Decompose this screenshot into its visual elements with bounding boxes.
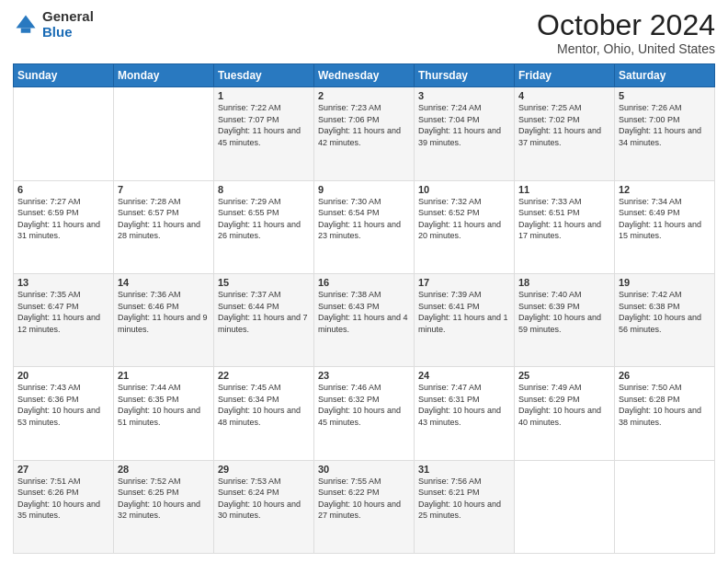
calendar-cell: 24Sunrise: 7:47 AMSunset: 6:31 PMDayligh…: [415, 367, 515, 460]
day-info: Sunrise: 7:35 AMSunset: 6:47 PMDaylight:…: [17, 289, 109, 335]
day-number: 14: [118, 277, 210, 288]
logo: General Blue: [13, 9, 94, 40]
calendar-cell: 15Sunrise: 7:37 AMSunset: 6:44 PMDayligh…: [214, 273, 314, 366]
day-number: 23: [318, 370, 410, 381]
calendar-cell: [615, 460, 715, 553]
calendar-cell: 20Sunrise: 7:43 AMSunset: 6:36 PMDayligh…: [14, 367, 114, 460]
day-number: 6: [17, 184, 109, 195]
header: General Blue October 2024 Mentor, Ohio, …: [13, 9, 715, 56]
day-info: Sunrise: 7:32 AMSunset: 6:52 PMDaylight:…: [418, 196, 510, 242]
day-info: Sunrise: 7:42 AMSunset: 6:38 PMDaylight:…: [619, 289, 711, 335]
day-number: 28: [118, 464, 210, 475]
calendar-cell: 29Sunrise: 7:53 AMSunset: 6:24 PMDayligh…: [214, 460, 314, 553]
day-info: Sunrise: 7:49 AMSunset: 6:29 PMDaylight:…: [518, 382, 610, 428]
calendar-cell: 28Sunrise: 7:52 AMSunset: 6:25 PMDayligh…: [114, 460, 214, 553]
calendar-cell: 12Sunrise: 7:34 AMSunset: 6:49 PMDayligh…: [615, 180, 715, 273]
day-info: Sunrise: 7:23 AMSunset: 7:06 PMDaylight:…: [318, 102, 410, 148]
calendar-cell: [114, 87, 214, 180]
calendar-cell: [515, 460, 615, 553]
logo-icon: [13, 12, 39, 38]
svg-marker-0: [17, 15, 36, 28]
day-number: 2: [318, 90, 410, 101]
calendar-week-row: 27Sunrise: 7:51 AMSunset: 6:26 PMDayligh…: [14, 460, 715, 553]
calendar-table: SundayMondayTuesdayWednesdayThursdayFrid…: [13, 63, 715, 554]
logo-blue-text: Blue: [42, 25, 94, 40]
day-number: 20: [17, 370, 109, 381]
calendar-week-row: 20Sunrise: 7:43 AMSunset: 6:36 PMDayligh…: [14, 367, 715, 460]
calendar-week-row: 6Sunrise: 7:27 AMSunset: 6:59 PMDaylight…: [14, 180, 715, 273]
calendar-cell: 23Sunrise: 7:46 AMSunset: 6:32 PMDayligh…: [314, 367, 415, 460]
day-number: 5: [619, 90, 711, 101]
calendar-cell: 21Sunrise: 7:44 AMSunset: 6:35 PMDayligh…: [114, 367, 214, 460]
logo-general-text: General: [42, 9, 94, 25]
weekday-header: Wednesday: [314, 64, 415, 87]
day-number: 29: [218, 464, 310, 475]
day-number: 9: [318, 184, 410, 195]
main-title: October 2024: [537, 9, 715, 41]
day-number: 25: [518, 370, 610, 381]
day-number: 12: [619, 184, 711, 195]
calendar-cell: 31Sunrise: 7:56 AMSunset: 6:21 PMDayligh…: [415, 460, 515, 553]
day-number: 4: [518, 90, 610, 101]
day-info: Sunrise: 7:30 AMSunset: 6:54 PMDaylight:…: [318, 196, 410, 242]
day-info: Sunrise: 7:40 AMSunset: 6:39 PMDaylight:…: [518, 289, 610, 335]
calendar-cell: 25Sunrise: 7:49 AMSunset: 6:29 PMDayligh…: [515, 367, 615, 460]
day-number: 27: [17, 464, 109, 475]
calendar-cell: 14Sunrise: 7:36 AMSunset: 6:46 PMDayligh…: [114, 273, 214, 366]
weekday-header: Saturday: [615, 64, 715, 87]
day-info: Sunrise: 7:39 AMSunset: 6:41 PMDaylight:…: [418, 289, 510, 335]
calendar-cell: 17Sunrise: 7:39 AMSunset: 6:41 PMDayligh…: [415, 273, 515, 366]
day-number: 15: [218, 277, 310, 288]
day-number: 19: [619, 277, 711, 288]
calendar-week-row: 13Sunrise: 7:35 AMSunset: 6:47 PMDayligh…: [14, 273, 715, 366]
calendar-cell: 22Sunrise: 7:45 AMSunset: 6:34 PMDayligh…: [214, 367, 314, 460]
day-info: Sunrise: 7:24 AMSunset: 7:04 PMDaylight:…: [418, 102, 510, 148]
day-info: Sunrise: 7:26 AMSunset: 7:00 PMDaylight:…: [619, 102, 711, 148]
day-number: 10: [418, 184, 510, 195]
day-info: Sunrise: 7:27 AMSunset: 6:59 PMDaylight:…: [17, 196, 109, 242]
day-info: Sunrise: 7:29 AMSunset: 6:55 PMDaylight:…: [218, 196, 310, 242]
calendar-header-row: SundayMondayTuesdayWednesdayThursdayFrid…: [14, 64, 715, 87]
day-info: Sunrise: 7:51 AMSunset: 6:26 PMDaylight:…: [17, 476, 109, 522]
day-number: 26: [619, 370, 711, 381]
day-number: 17: [418, 277, 510, 288]
calendar-cell: 7Sunrise: 7:28 AMSunset: 6:57 PMDaylight…: [114, 180, 214, 273]
day-info: Sunrise: 7:25 AMSunset: 7:02 PMDaylight:…: [518, 102, 610, 148]
weekday-header: Tuesday: [214, 64, 314, 87]
day-info: Sunrise: 7:47 AMSunset: 6:31 PMDaylight:…: [418, 382, 510, 428]
day-info: Sunrise: 7:37 AMSunset: 6:44 PMDaylight:…: [218, 289, 310, 335]
day-number: 30: [318, 464, 410, 475]
calendar-cell: 1Sunrise: 7:22 AMSunset: 7:07 PMDaylight…: [214, 87, 314, 180]
calendar-cell: 26Sunrise: 7:50 AMSunset: 6:28 PMDayligh…: [615, 367, 715, 460]
sub-title: Mentor, Ohio, United States: [537, 41, 715, 56]
weekday-header: Thursday: [415, 64, 515, 87]
title-block: October 2024 Mentor, Ohio, United States: [537, 9, 715, 56]
day-info: Sunrise: 7:28 AMSunset: 6:57 PMDaylight:…: [118, 196, 210, 242]
day-info: Sunrise: 7:44 AMSunset: 6:35 PMDaylight:…: [118, 382, 210, 428]
calendar-cell: 16Sunrise: 7:38 AMSunset: 6:43 PMDayligh…: [314, 273, 415, 366]
day-info: Sunrise: 7:55 AMSunset: 6:22 PMDaylight:…: [318, 476, 410, 522]
day-info: Sunrise: 7:38 AMSunset: 6:43 PMDaylight:…: [318, 289, 410, 335]
day-info: Sunrise: 7:33 AMSunset: 6:51 PMDaylight:…: [518, 196, 610, 242]
day-number: 11: [518, 184, 610, 195]
calendar-cell: 10Sunrise: 7:32 AMSunset: 6:52 PMDayligh…: [415, 180, 515, 273]
day-info: Sunrise: 7:53 AMSunset: 6:24 PMDaylight:…: [218, 476, 310, 522]
day-info: Sunrise: 7:56 AMSunset: 6:21 PMDaylight:…: [418, 476, 510, 522]
calendar-cell: [14, 87, 114, 180]
day-info: Sunrise: 7:52 AMSunset: 6:25 PMDaylight:…: [118, 476, 210, 522]
day-number: 7: [118, 184, 210, 195]
page: General Blue October 2024 Mentor, Ohio, …: [0, 0, 728, 563]
calendar-cell: 5Sunrise: 7:26 AMSunset: 7:00 PMDaylight…: [615, 87, 715, 180]
day-number: 21: [118, 370, 210, 381]
day-number: 18: [518, 277, 610, 288]
calendar-cell: 4Sunrise: 7:25 AMSunset: 7:02 PMDaylight…: [515, 87, 615, 180]
day-info: Sunrise: 7:36 AMSunset: 6:46 PMDaylight:…: [118, 289, 210, 335]
calendar-cell: 2Sunrise: 7:23 AMSunset: 7:06 PMDaylight…: [314, 87, 415, 180]
logo-text: General Blue: [42, 9, 94, 40]
day-number: 31: [418, 464, 510, 475]
calendar-cell: 9Sunrise: 7:30 AMSunset: 6:54 PMDaylight…: [314, 180, 415, 273]
weekday-header: Friday: [515, 64, 615, 87]
day-number: 16: [318, 277, 410, 288]
calendar-week-row: 1Sunrise: 7:22 AMSunset: 7:07 PMDaylight…: [14, 87, 715, 180]
calendar-cell: 30Sunrise: 7:55 AMSunset: 6:22 PMDayligh…: [314, 460, 415, 553]
